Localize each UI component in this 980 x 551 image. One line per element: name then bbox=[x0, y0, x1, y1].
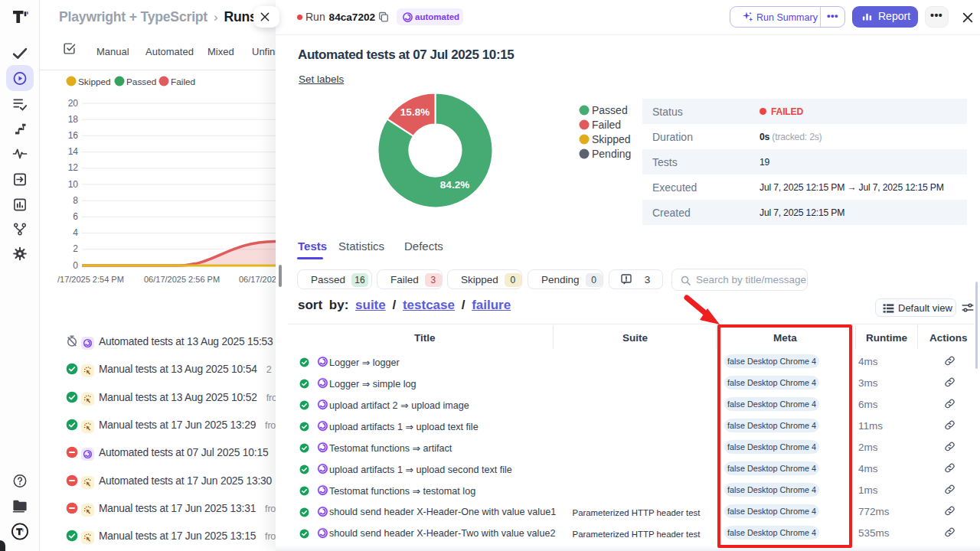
svg-text:06/17/2025: 06/17/2025 bbox=[239, 275, 278, 284]
svg-text:Skipped: Skipped bbox=[78, 77, 111, 87]
svg-text:20: 20 bbox=[68, 98, 79, 109]
svg-text:84.2%: 84.2% bbox=[440, 179, 469, 191]
svg-text:Passed: Passed bbox=[592, 104, 628, 116]
svg-text:0: 0 bbox=[73, 260, 78, 271]
svg-text:10: 10 bbox=[68, 179, 79, 190]
svg-text:4: 4 bbox=[73, 227, 78, 238]
svg-text:18: 18 bbox=[68, 114, 79, 125]
svg-text:8: 8 bbox=[73, 195, 78, 206]
svg-text:2: 2 bbox=[73, 243, 78, 254]
svg-text:6: 6 bbox=[73, 211, 78, 222]
svg-text:15.8%: 15.8% bbox=[400, 106, 430, 118]
svg-text:Failed: Failed bbox=[171, 77, 195, 87]
svg-text:Passed: Passed bbox=[126, 77, 156, 87]
svg-text:06/17/2025 2:56 PM: 06/17/2025 2:56 PM bbox=[144, 275, 220, 284]
svg-text:12: 12 bbox=[68, 162, 79, 173]
svg-text:16: 16 bbox=[68, 130, 79, 141]
svg-text:Failed: Failed bbox=[592, 119, 621, 131]
svg-text:Skipped: Skipped bbox=[592, 133, 631, 145]
svg-text:Pending: Pending bbox=[592, 148, 631, 160]
svg-text:14: 14 bbox=[68, 146, 79, 157]
svg-text:/17/2025 2:54 PM: /17/2025 2:54 PM bbox=[57, 275, 124, 284]
